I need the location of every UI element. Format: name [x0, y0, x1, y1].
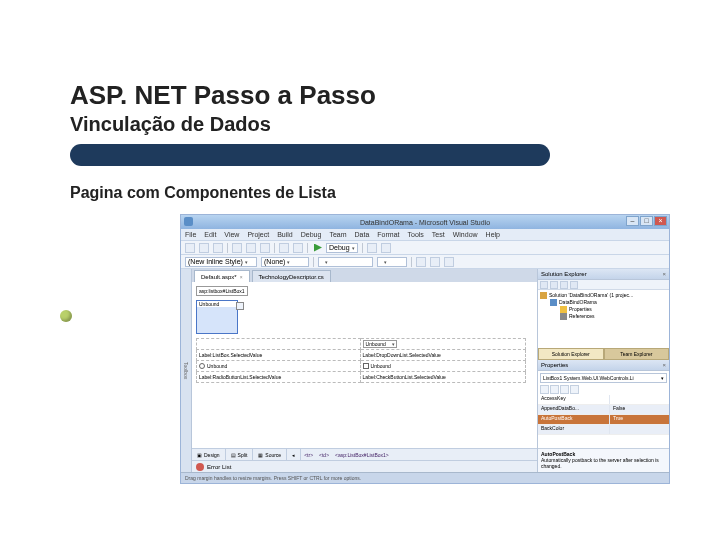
- undo-button[interactable]: [279, 243, 289, 253]
- asp-tag-label: asp:listbox#ListBox1: [196, 286, 248, 296]
- menu-debug[interactable]: Debug: [301, 231, 322, 238]
- references-icon: [560, 313, 567, 320]
- maximize-button[interactable]: □: [640, 216, 653, 226]
- tree-solution[interactable]: Solution 'DataBindORama' (1 projec...: [540, 292, 667, 299]
- menu-format[interactable]: Format: [377, 231, 399, 238]
- window-titlebar[interactable]: DataBindORama - Microsoft Visual Studio …: [181, 215, 669, 229]
- tab-technologydescriptor[interactable]: TechnologyDescriptor.cs: [252, 270, 331, 282]
- slide-bullet-icon: [60, 310, 72, 322]
- font-combo[interactable]: ▾: [318, 257, 373, 267]
- tree-properties[interactable]: Properties: [540, 306, 667, 313]
- tool-button[interactable]: [550, 281, 558, 289]
- config-combo[interactable]: Debug▾: [326, 243, 358, 253]
- toolbar-standard: Debug▾: [181, 241, 669, 255]
- breadcrumb-sep: ◂: [287, 449, 301, 461]
- breadcrumb[interactable]: <asp:ListBox#ListBox1>: [332, 452, 392, 458]
- play-icon[interactable]: [314, 244, 322, 252]
- property-row[interactable]: BackColor: [538, 425, 669, 435]
- project-icon: [550, 299, 557, 306]
- new-item-button[interactable]: [185, 243, 195, 253]
- cut-button[interactable]: [232, 243, 242, 253]
- view-split[interactable]: ▤ Split: [226, 449, 254, 461]
- separator: [307, 243, 308, 253]
- window-title: DataBindORama - Microsoft Visual Studio: [360, 219, 490, 226]
- menu-build[interactable]: Build: [277, 231, 293, 238]
- cell-check[interactable]: Unbound: [360, 361, 526, 372]
- cell-label: Label:CheckButtonList.SelectedValue: [360, 372, 526, 383]
- cell-label: Label:ListBox.SelectedValue: [197, 350, 361, 361]
- properties-grid[interactable]: AccessKey AppendDataBo...False AutoPostB…: [538, 395, 669, 448]
- designer-surface[interactable]: asp:listbox#ListBox1 Unbound Unbound Lab…: [192, 282, 537, 448]
- tab-solution-explorer[interactable]: Solution Explorer: [538, 348, 604, 360]
- menu-data[interactable]: Data: [355, 231, 370, 238]
- redo-button[interactable]: [293, 243, 303, 253]
- cell[interactable]: [197, 339, 361, 350]
- tool-button[interactable]: [540, 281, 548, 289]
- fontsize-combo[interactable]: ▾: [377, 257, 407, 267]
- close-icon[interactable]: ×: [662, 362, 666, 368]
- menu-help[interactable]: Help: [486, 231, 500, 238]
- view-design[interactable]: ▣ Design: [192, 449, 226, 461]
- properties-toolbar: [538, 385, 669, 395]
- underline-button[interactable]: [444, 257, 454, 267]
- menu-window[interactable]: Window: [453, 231, 478, 238]
- properties-title[interactable]: Properties×: [538, 360, 669, 371]
- sort-button[interactable]: [540, 385, 549, 394]
- properties-selector[interactable]: ListBox1 System.Web.UI.WebControls.Li▾: [540, 373, 667, 383]
- cell-dropdown[interactable]: Unbound: [360, 339, 526, 350]
- breadcrumb[interactable]: <tr>: [301, 452, 316, 458]
- tree-project[interactable]: DataBindORama: [540, 299, 667, 306]
- cell-radio[interactable]: Unbound: [197, 361, 361, 372]
- property-row[interactable]: AppendDataBo...False: [538, 405, 669, 415]
- tool-button[interactable]: [381, 243, 391, 253]
- tab-team-explorer[interactable]: Team Explorer: [604, 348, 670, 360]
- property-row[interactable]: AccessKey: [538, 395, 669, 405]
- sort-button[interactable]: [550, 385, 559, 394]
- error-list-label: Error List: [207, 464, 231, 470]
- listbox-control[interactable]: Unbound: [196, 300, 238, 334]
- property-description: AutoPostBack Automatically postback to t…: [538, 448, 669, 472]
- solution-icon: [540, 292, 547, 299]
- property-row-selected[interactable]: AutoPostBackTrue: [538, 415, 669, 425]
- document-tabs: Default.aspx*× TechnologyDescriptor.cs: [192, 269, 537, 282]
- error-list-panel[interactable]: Error List: [192, 460, 537, 472]
- close-icon[interactable]: ×: [662, 271, 666, 277]
- tree-references[interactable]: References: [540, 313, 667, 320]
- menu-view[interactable]: View: [224, 231, 239, 238]
- tool-button[interactable]: [570, 281, 578, 289]
- tool-button[interactable]: [560, 281, 568, 289]
- error-icon: [196, 463, 204, 471]
- view-source[interactable]: ▦ Source: [253, 449, 287, 461]
- italic-button[interactable]: [430, 257, 440, 267]
- close-button[interactable]: ×: [654, 216, 667, 226]
- copy-button[interactable]: [246, 243, 256, 253]
- solution-explorer-title[interactable]: Solution Explorer×: [538, 269, 669, 280]
- save-button[interactable]: [213, 243, 223, 253]
- tab-default-aspx[interactable]: Default.aspx*×: [194, 270, 250, 282]
- slide-caption: Pagina com Componentes de Lista: [70, 184, 660, 202]
- rule-combo[interactable]: (None)▾: [261, 257, 309, 267]
- menu-bar[interactable]: File Edit View Project Build Debug Team …: [181, 229, 669, 241]
- toolbox-rail[interactable]: Toolbox: [181, 269, 192, 472]
- paste-button[interactable]: [260, 243, 270, 253]
- bold-button[interactable]: [416, 257, 426, 267]
- menu-file[interactable]: File: [185, 231, 196, 238]
- open-button[interactable]: [199, 243, 209, 253]
- tool-button[interactable]: [367, 243, 377, 253]
- properties-panel: ListBox1 System.Web.UI.WebControls.Li▾ A…: [538, 371, 669, 472]
- close-icon[interactable]: ×: [240, 274, 243, 280]
- layout-table: Unbound Label:ListBox.SelectedValue Labe…: [196, 338, 526, 383]
- style-combo[interactable]: (New Inline Style)▾: [185, 257, 257, 267]
- minimize-button[interactable]: –: [626, 216, 639, 226]
- separator: [362, 243, 363, 253]
- solution-explorer: Solution 'DataBindORama' (1 projec... Da…: [538, 280, 669, 348]
- menu-tools[interactable]: Tools: [408, 231, 424, 238]
- breadcrumb[interactable]: <td>: [316, 452, 332, 458]
- sort-button[interactable]: [570, 385, 579, 394]
- menu-edit[interactable]: Edit: [204, 231, 216, 238]
- menu-test[interactable]: Test: [432, 231, 445, 238]
- panel-tabs: Solution Explorer Team Explorer: [538, 348, 669, 360]
- menu-team[interactable]: Team: [329, 231, 346, 238]
- sort-button[interactable]: [560, 385, 569, 394]
- menu-project[interactable]: Project: [247, 231, 269, 238]
